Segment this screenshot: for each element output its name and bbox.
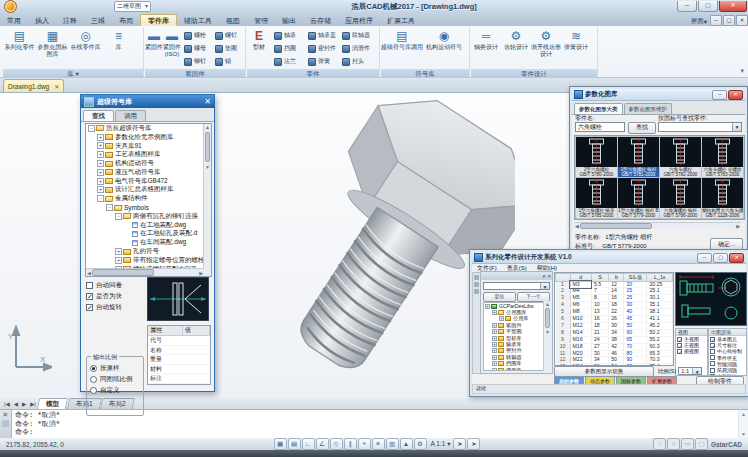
ribbon-tab[interactable]: 云存储 — [303, 15, 338, 26]
ribbon-button[interactable]: 超级符号库调用 — [381, 28, 423, 69]
gb-number-combo[interactable]: ▼ — [658, 122, 742, 132]
part-thumbnail[interactable]: 1型六角螺栓 GB/T 5780-2000 — [576, 137, 617, 177]
scale-combo[interactable]: 1:1 ▼ — [678, 367, 702, 375]
quick-access-button[interactable] — [47, 2, 58, 12]
statusbar-utility-icon[interactable] — [695, 438, 708, 450]
table-column-header[interactable]: L_1s — [647, 274, 673, 282]
tree-expander[interactable]: - — [106, 204, 113, 211]
ribbon-small-button[interactable]: 挡圈 — [273, 42, 307, 55]
radio-circle[interactable] — [90, 365, 97, 372]
ribbon-small-button[interactable]: 轴承 — [273, 29, 307, 42]
table-column-header[interactable]: b — [609, 274, 624, 282]
tree-expander[interactable]: - — [88, 125, 95, 132]
ribbon-button[interactable]: 型材 — [247, 28, 271, 69]
tree-item[interactable]: - 金属结构件 — [86, 194, 211, 203]
ribbon-tab[interactable]: 三维 — [84, 15, 112, 26]
ribbon-restore-button[interactable]: ▢ — [723, 15, 735, 26]
ribbon-small-button[interactable]: 联轴器 — [341, 29, 375, 42]
ribbon-group-label[interactable]: 库 ▾ — [3, 69, 143, 78]
ribbon-tab[interactable]: 注释 — [56, 15, 84, 26]
attribute-row[interactable]: 标注 — [148, 374, 210, 384]
workspace-dropdown[interactable]: 二维草图 ▾ — [114, 1, 151, 12]
part-thumbnail[interactable]: 1型六角螺栓 细杆 B GB/T 5779-2000 — [618, 178, 659, 218]
dialog-title-bar[interactable]: 参数化图库 ─ ✕ — [572, 89, 745, 101]
ribbon-tab[interactable]: 管理 — [247, 15, 275, 26]
tree-expander[interactable]: + — [492, 310, 497, 315]
statusbar-toggle-icon[interactable] — [330, 438, 343, 450]
radio-circle[interactable] — [90, 376, 97, 383]
attribute-row[interactable]: 名称 — [148, 346, 210, 356]
part-thumbnail[interactable]: 六角头螺栓 全螺纹 GB/T 5783-2000 — [702, 137, 743, 177]
interface-profile-dropdown[interactable]: 界面 ▾ — [691, 17, 707, 26]
tree-expander[interactable]: + — [485, 304, 490, 309]
panel-title-bar[interactable]: 超级符号库 ✕ — [81, 95, 214, 108]
statusbar-utility-icon[interactable] — [653, 438, 666, 450]
statusbar-utility-icon[interactable] — [681, 438, 694, 450]
tree-item[interactable]: + 弹簧库 — [484, 367, 543, 371]
parameter-table[interactable]: dSbS/L值L_1s 1M3 5.512 2020.25 2M4 714 25… — [554, 272, 674, 366]
tree-expander[interactable] — [124, 239, 131, 246]
ribbon-small-button[interactable]: 弹簧 — [307, 55, 341, 68]
dialog-title-bar[interactable]: 系列化零件设计开发系统 V1.0 ─ ▢ ✕ — [472, 252, 746, 264]
table-column-header[interactable]: S — [591, 274, 608, 282]
statusbar-toggle-icon[interactable] — [414, 438, 427, 450]
tree-expander[interactable] — [124, 222, 131, 229]
tree-expander[interactable]: + — [97, 178, 104, 185]
command-options-icon[interactable] — [2, 420, 9, 427]
statusbar-toggle-icon[interactable] — [344, 438, 357, 450]
ribbon-small-button[interactable]: 法兰 — [273, 55, 307, 68]
search-button[interactable]: 查找 — [628, 122, 656, 134]
radio-option[interactable]: 按原样 — [87, 363, 143, 374]
ribbon-tab[interactable]: 布局 — [112, 15, 140, 26]
part-thumbnail[interactable]: 1型六角螺栓 细牙 GB/T 5785-2000 — [576, 178, 617, 218]
layout-tab[interactable]: 模型 — [37, 398, 68, 409]
checkbox-box[interactable] — [86, 293, 93, 300]
tree-expander[interactable]: + — [492, 361, 497, 366]
tree-item[interactable]: - Symbols — [86, 203, 211, 212]
statusbar-toggle-icon[interactable] — [288, 438, 301, 450]
horizontal-scrollbar[interactable]: ◀▶ — [574, 222, 741, 229]
statusbar-toggle-icon[interactable] — [372, 438, 385, 450]
ribbon-button[interactable]: 参数化国标图库 — [36, 28, 69, 69]
ribbon-button[interactable]: 在线零件库 — [69, 28, 102, 69]
vertical-scrollbar[interactable]: ▲▼ — [543, 301, 551, 371]
statusbar-toggle-icon[interactable] — [274, 438, 287, 450]
statusbar-utility-icon[interactable] — [667, 438, 680, 450]
option-checkbox[interactable]: 中心线绘制 — [709, 348, 746, 354]
statusbar-toggle-icon[interactable] — [358, 438, 371, 450]
checkbox-box[interactable] — [710, 343, 715, 348]
tree-item[interactable]: 在工地装配.dwg — [86, 221, 211, 230]
ribbon-tab[interactable]: 输出 — [275, 15, 303, 26]
ribbon-tab[interactable]: 扩展工具 — [380, 15, 422, 26]
tree-item[interactable]: + 电气符号库GB472 — [86, 177, 211, 186]
ribbon-small-button[interactable]: 轴承盖 — [307, 29, 341, 42]
restore-button[interactable]: ▢ — [698, 1, 718, 12]
ribbon-tab[interactable]: 视图 — [219, 15, 247, 26]
checkbox[interactable]: 是否为块 — [86, 291, 144, 302]
tree-item[interactable]: + 参数化绘元示例图库 — [86, 133, 211, 142]
tree-expander[interactable]: + — [97, 142, 104, 149]
tree-item[interactable]: + 带有指定螺母位置的螺栓 — [86, 256, 211, 265]
attribute-row[interactable]: 材料 — [148, 365, 210, 375]
tree-expander[interactable]: + — [492, 342, 497, 347]
ribbon-button[interactable]: 系列化零件 — [3, 28, 36, 69]
radio-option[interactable]: 同图纸比例 — [87, 374, 143, 385]
tree-expander[interactable]: - — [97, 195, 104, 202]
checkbox[interactable]: 自动旋转 — [86, 302, 144, 313]
tree-expander[interactable]: + — [492, 323, 497, 328]
quick-access-button[interactable] — [99, 2, 110, 12]
tree-expander[interactable]: + — [492, 336, 497, 341]
ribbon-small-button[interactable]: 销 — [214, 55, 245, 68]
ribbon-small-button[interactable]: 螺栓 — [183, 29, 214, 42]
ribbon-small-button[interactable]: 润滑件 — [341, 42, 375, 55]
ribbon-small-button[interactable]: 螺母 — [183, 42, 214, 55]
tree-item[interactable]: + 设计汇总表格图样库 — [86, 186, 211, 195]
ribbon-button[interactable]: 齿轮设计 — [501, 28, 531, 69]
tree-item[interactable]: + 夹具库91 — [86, 142, 211, 151]
checkbox-box[interactable] — [86, 282, 93, 289]
cursor-icon[interactable]: ➤ — [453, 438, 466, 450]
close-button[interactable]: ✕ — [729, 253, 744, 263]
quick-access-button[interactable] — [73, 2, 84, 12]
ribbon-button[interactable]: 渐开线齿形设计 — [531, 28, 561, 69]
statusbar-toggle-icon[interactable] — [386, 438, 399, 450]
